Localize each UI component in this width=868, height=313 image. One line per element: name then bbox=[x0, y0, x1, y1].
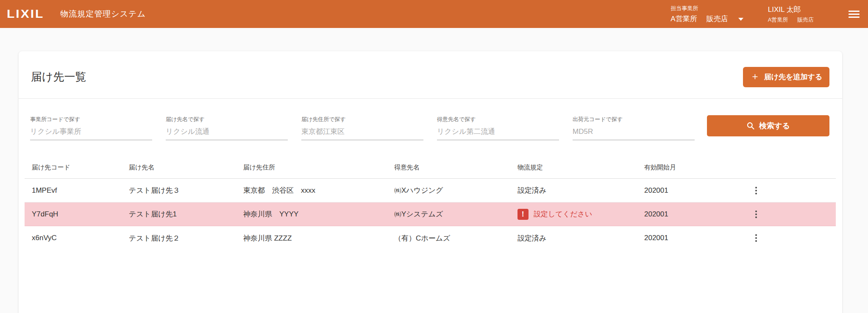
cell-regulation-error: ！ 設定してください bbox=[517, 209, 644, 220]
filter-shipper-code: 出荷元コードで探す bbox=[573, 116, 695, 157]
col-header-customer: 得意先名 bbox=[394, 163, 517, 172]
office-selector-office: A営業所 bbox=[670, 14, 697, 24]
plus-icon: ＋ bbox=[750, 70, 760, 83]
cell-start-month: 202001 bbox=[644, 186, 746, 195]
cell-address: 神奈川県 ZZZZ bbox=[243, 233, 394, 243]
cell-start-month: 202001 bbox=[644, 234, 746, 242]
cell-code: Y7dFqH bbox=[25, 210, 129, 219]
cell-customer: ㈱Yシステムズ bbox=[394, 209, 517, 219]
office-selector[interactable]: 担当事業所 A営業所 販売店 bbox=[670, 5, 743, 24]
cell-start-month: 202001 bbox=[644, 210, 746, 219]
cell-name: テスト届け先1 bbox=[129, 209, 243, 219]
cell-code: x6nVyC bbox=[25, 234, 129, 242]
cell-customer: ㈱Xハウジング bbox=[394, 186, 517, 195]
error-icon: ！ bbox=[517, 209, 529, 220]
user-office: A営業所 bbox=[768, 17, 788, 23]
destination-list-card: 届け先一覧 ＋ 届け先を追加する 事業所コードで探す 届け先名で探す 届け先住所… bbox=[19, 51, 842, 313]
filter-shipper-code-input[interactable] bbox=[573, 126, 695, 140]
user-type: 販売店 bbox=[797, 17, 814, 23]
search-button-label: 検索する bbox=[759, 121, 790, 131]
col-header-name: 届け先名 bbox=[129, 163, 243, 172]
cell-regulation: 設定済み bbox=[517, 186, 644, 195]
filter-destination-address-input[interactable] bbox=[301, 126, 423, 140]
filter-destination-name-label: 届け先名で探す bbox=[166, 116, 288, 123]
row-actions-kebab-menu-icon[interactable] bbox=[746, 206, 766, 223]
table-row-error: Y7dFqH テスト届け先1 神奈川県 YYYY ㈱Yシステムズ ！ 設定してく… bbox=[25, 202, 836, 226]
table-row: x6nVyC テスト届け先２ 神奈川県 ZZZZ （有）Cホームズ 設定済み 2… bbox=[25, 226, 836, 250]
app-title: 物流規定管理システム bbox=[60, 8, 146, 19]
col-header-code: 届け先コード bbox=[25, 163, 129, 172]
cell-name: テスト届け先３ bbox=[129, 186, 243, 195]
filter-office-code: 事業所コードで探す bbox=[30, 116, 152, 157]
cell-customer: （有）Cホームズ bbox=[394, 233, 517, 243]
col-header-address: 届け先住所 bbox=[243, 163, 394, 172]
col-header-regulation: 物流規定 bbox=[517, 163, 644, 172]
office-selector-label: 担当事業所 bbox=[670, 5, 743, 12]
add-destination-button-label: 届け先を追加する bbox=[764, 72, 823, 82]
filter-destination-name: 届け先名で探す bbox=[166, 116, 288, 157]
card-header: 届け先一覧 ＋ 届け先を追加する bbox=[19, 51, 842, 99]
table-header-row: 届け先コード 届け先名 届け先住所 得意先名 物流規定 有効開始月 bbox=[25, 157, 836, 179]
app-header: LIXIL 物流規定管理システム 担当事業所 A営業所 販売店 LIXIL 太郎… bbox=[0, 0, 868, 28]
cell-address: 東京都 渋谷区 xxxx bbox=[243, 186, 394, 195]
cell-address: 神奈川県 YYYY bbox=[243, 209, 394, 219]
cell-regulation: 設定済み bbox=[517, 233, 644, 243]
filter-customer-name-input[interactable] bbox=[437, 126, 559, 140]
search-icon bbox=[746, 122, 755, 130]
lixil-logo: LIXIL bbox=[7, 7, 44, 20]
col-header-start-month: 有効開始月 bbox=[644, 163, 746, 172]
filter-office-code-input[interactable] bbox=[30, 126, 152, 140]
filter-customer-name-label: 得意先名で探す bbox=[437, 116, 559, 123]
page-title: 届け先一覧 bbox=[31, 69, 86, 84]
row-actions-kebab-menu-icon[interactable] bbox=[746, 230, 766, 247]
destination-table: 届け先コード 届け先名 届け先住所 得意先名 物流規定 有効開始月 1MPEvf… bbox=[25, 157, 836, 250]
search-filters: 事業所コードで探す 届け先名で探す 届け先住所で探す 得意先名で探す 出荷元コー… bbox=[19, 99, 842, 157]
user-info: LIXIL 太郎 A営業所 販売店 bbox=[768, 5, 821, 24]
filter-destination-address: 届け先住所で探す bbox=[301, 116, 423, 157]
filter-office-code-label: 事業所コードで探す bbox=[30, 116, 152, 123]
filter-destination-name-input[interactable] bbox=[166, 126, 288, 140]
search-button[interactable]: 検索する bbox=[707, 115, 829, 136]
add-destination-button[interactable]: ＋ 届け先を追加する bbox=[743, 67, 829, 87]
chevron-down-icon[interactable] bbox=[738, 18, 743, 21]
cell-name: テスト届け先２ bbox=[129, 233, 243, 243]
user-name: LIXIL 太郎 bbox=[768, 5, 821, 14]
table-row: 1MPEvf テスト届け先３ 東京都 渋谷区 xxxx ㈱Xハウジング 設定済み… bbox=[25, 179, 836, 202]
cell-code: 1MPEvf bbox=[25, 186, 129, 195]
filter-shipper-code-label: 出荷元コードで探す bbox=[573, 116, 695, 123]
regulation-error-text: 設定してください bbox=[534, 209, 592, 219]
filter-destination-address-label: 届け先住所で探す bbox=[301, 116, 423, 123]
row-actions-kebab-menu-icon[interactable] bbox=[746, 182, 766, 199]
filter-customer-name: 得意先名で探す bbox=[437, 116, 559, 157]
hamburger-menu-icon[interactable] bbox=[849, 9, 860, 19]
office-selector-type: 販売店 bbox=[707, 14, 728, 24]
